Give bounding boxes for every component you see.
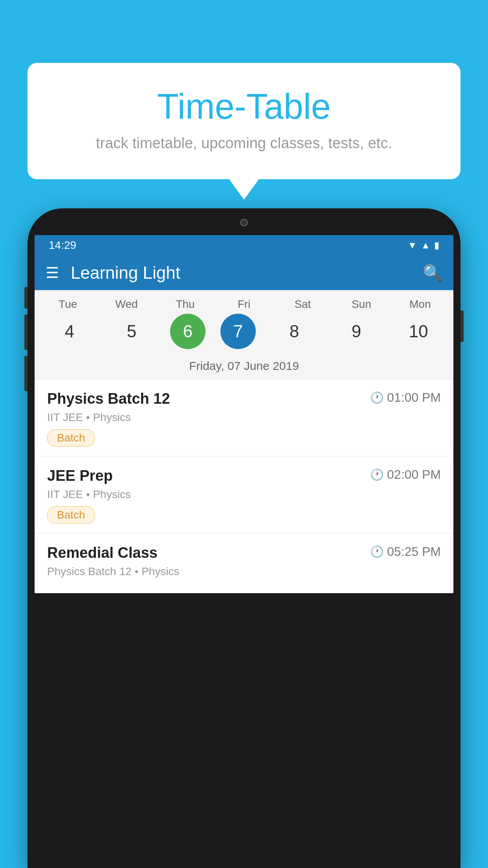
wifi-icon: ▼ bbox=[407, 240, 417, 251]
day-label-mon: Mon bbox=[396, 298, 444, 311]
day-label-tue: Tue bbox=[44, 298, 92, 311]
schedule-sub-2: IIT JEE • Physics bbox=[47, 488, 441, 501]
schedule-item-1-header: Physics Batch 12 🕐 01:00 PM bbox=[47, 390, 441, 407]
schedule-time-value-1: 01:00 PM bbox=[387, 390, 441, 405]
status-bar: 14:29 ▼ ▲ ▮ bbox=[35, 235, 453, 256]
schedule-name-3: Remedial Class bbox=[47, 544, 158, 561]
day-7-selected[interactable]: 7 bbox=[220, 314, 256, 349]
day-4[interactable]: 4 bbox=[46, 314, 93, 349]
day-label-sun: Sun bbox=[338, 298, 385, 311]
bubble-title: Time-Table bbox=[59, 86, 429, 127]
batch-tag-1: Batch bbox=[47, 429, 95, 447]
schedule-time-2: 🕐 02:00 PM bbox=[370, 467, 441, 482]
day-10[interactable]: 10 bbox=[395, 314, 442, 349]
signal-icon: ▲ bbox=[421, 240, 430, 251]
volume-down-button bbox=[24, 314, 28, 350]
app-bar: ☰ Learning Light 🔍 bbox=[35, 256, 453, 290]
calendar-section: Tue Wed Thu Fri Sat Sun Mon 4 5 6 7 8 9 … bbox=[35, 290, 453, 379]
schedule-sub-3: Physics Batch 12 • Physics bbox=[47, 565, 441, 578]
hamburger-icon[interactable]: ☰ bbox=[46, 264, 59, 281]
schedule-time-value-3: 05:25 PM bbox=[387, 544, 441, 559]
speech-bubble: Time-Table track timetable, upcoming cla… bbox=[28, 63, 460, 179]
day-label-sat: Sat bbox=[279, 298, 326, 311]
day-6-today[interactable]: 6 bbox=[170, 314, 205, 349]
schedule-list: Physics Batch 12 🕐 01:00 PM IIT JEE • Ph… bbox=[35, 379, 453, 593]
schedule-sub-1: IIT JEE • Physics bbox=[47, 411, 441, 424]
schedule-time-3: 🕐 05:25 PM bbox=[370, 544, 441, 559]
schedule-item-2-header: JEE Prep 🕐 02:00 PM bbox=[47, 467, 441, 484]
notch bbox=[220, 215, 268, 230]
camera bbox=[240, 219, 248, 226]
clock-icon-1: 🕐 bbox=[370, 391, 384, 404]
batch-tag-2: Batch bbox=[47, 506, 95, 524]
speech-bubble-container: Time-Table track timetable, upcoming cla… bbox=[28, 63, 460, 179]
day-numbers: 4 5 6 7 8 9 10 bbox=[35, 314, 453, 355]
power-button bbox=[460, 311, 464, 342]
day-label-fri: Fri bbox=[220, 298, 268, 311]
status-time: 14:29 bbox=[49, 239, 76, 252]
search-icon[interactable]: 🔍 bbox=[423, 264, 442, 282]
status-icons: ▼ ▲ ▮ bbox=[407, 240, 439, 251]
clock-icon-2: 🕐 bbox=[370, 468, 384, 481]
schedule-name-1: Physics Batch 12 bbox=[47, 390, 170, 407]
phone-outer: 14:29 ▼ ▲ ▮ ☰ Learning Light 🔍 Tue Wed T… bbox=[28, 208, 460, 868]
day-labels: Tue Wed Thu Fri Sat Sun Mon bbox=[35, 298, 453, 314]
schedule-time-1: 🕐 01:00 PM bbox=[370, 390, 441, 405]
selected-date-label: Friday, 07 June 2019 bbox=[35, 355, 453, 379]
phone-screen: 14:29 ▼ ▲ ▮ ☰ Learning Light 🔍 Tue Wed T… bbox=[35, 235, 453, 593]
day-8[interactable]: 8 bbox=[271, 314, 318, 349]
battery-icon: ▮ bbox=[434, 240, 439, 251]
volume-up-button bbox=[24, 287, 28, 309]
day-label-wed: Wed bbox=[103, 298, 150, 311]
schedule-item-3-header: Remedial Class 🕐 05:25 PM bbox=[47, 544, 441, 561]
notch-row bbox=[35, 215, 453, 235]
schedule-time-value-2: 02:00 PM bbox=[387, 467, 441, 482]
app-title: Learning Light bbox=[71, 263, 423, 283]
day-5[interactable]: 5 bbox=[108, 314, 155, 349]
schedule-item-2[interactable]: JEE Prep 🕐 02:00 PM IIT JEE • Physics Ba… bbox=[35, 456, 453, 533]
schedule-item-3[interactable]: Remedial Class 🕐 05:25 PM Physics Batch … bbox=[35, 533, 453, 593]
clock-icon-3: 🕐 bbox=[370, 545, 384, 558]
schedule-item-1[interactable]: Physics Batch 12 🕐 01:00 PM IIT JEE • Ph… bbox=[35, 379, 453, 456]
schedule-name-2: JEE Prep bbox=[47, 467, 113, 484]
day-9[interactable]: 9 bbox=[333, 314, 380, 349]
bubble-subtitle: track timetable, upcoming classes, tests… bbox=[59, 135, 429, 152]
silent-button bbox=[24, 356, 28, 391]
day-label-thu: Thu bbox=[162, 298, 209, 311]
phone-container: 14:29 ▼ ▲ ▮ ☰ Learning Light 🔍 Tue Wed T… bbox=[28, 208, 460, 868]
